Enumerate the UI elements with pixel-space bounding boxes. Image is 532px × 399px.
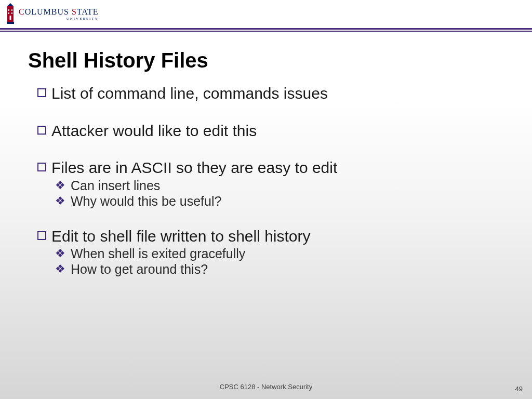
logo-word-tate: TATE — [77, 7, 99, 16]
diamond-bullet-icon: ❖ — [55, 178, 65, 193]
logo-subtitle: UNIVERSITY — [19, 17, 99, 21]
svg-rect-6 — [8, 12, 9, 14]
square-bullet-icon — [37, 126, 46, 135]
svg-marker-2 — [7, 3, 14, 6]
sub-bullet-item: ❖ When shell is exited gracefully — [55, 246, 504, 261]
sub-bullet-item: ❖ How to get around this? — [55, 261, 504, 277]
slide-title: Shell History Files — [28, 49, 532, 72]
footer-course: CPSC 6128 - Network Security — [0, 383, 532, 391]
footer-page-number: 49 — [515, 385, 523, 393]
logo-word-olumbus: OLUMBUS — [25, 7, 72, 16]
bullet-text: Edit to shell file written to shell hist… — [51, 227, 311, 246]
bullet-item: Attacker would like to edit this — [37, 121, 504, 141]
slide-content: List of command line, commands issues At… — [0, 84, 532, 277]
slide: COLUMBUS STATE UNIVERSITY Shell History … — [0, 0, 532, 399]
sub-bullet-text: How to get around this? — [71, 261, 208, 277]
bullet-text: List of command line, commands issues — [51, 84, 328, 103]
bullet-item: Files are in ASCII so they are easy to e… — [37, 158, 504, 178]
bullet-item: Edit to shell file written to shell hist… — [37, 227, 504, 246]
diamond-bullet-icon: ❖ — [55, 246, 65, 261]
logo-text: COLUMBUS STATE UNIVERSITY — [19, 8, 99, 21]
university-logo: COLUMBUS STATE UNIVERSITY — [5, 3, 532, 25]
svg-rect-5 — [11, 9, 12, 11]
sub-bullet-item: ❖ Why would this be useful? — [55, 193, 504, 209]
sub-bullet-text: When shell is exited gracefully — [71, 246, 245, 261]
square-bullet-icon — [37, 88, 46, 97]
logo-letter-c: C — [19, 7, 25, 16]
sub-bullet-text: Can insert lines — [71, 178, 160, 193]
diamond-bullet-icon: ❖ — [55, 261, 65, 277]
bullet-text: Files are in ASCII so they are easy to e… — [51, 158, 337, 178]
slide-header: COLUMBUS STATE UNIVERSITY — [0, 0, 532, 34]
logo-tower-icon — [5, 3, 16, 25]
square-bullet-icon — [37, 163, 46, 171]
svg-rect-1 — [7, 22, 14, 24]
sub-bullet-text: Why would this be useful? — [71, 193, 221, 209]
square-bullet-icon — [37, 231, 46, 240]
diamond-bullet-icon: ❖ — [55, 193, 65, 209]
bullet-item: List of command line, commands issues — [37, 84, 504, 103]
sub-bullet-item: ❖ Can insert lines — [55, 178, 504, 193]
svg-rect-3 — [10, 16, 11, 20]
logo-letter-s: S — [72, 7, 77, 16]
header-rule-thick — [0, 28, 532, 30]
svg-rect-7 — [11, 12, 12, 14]
svg-rect-4 — [8, 9, 9, 11]
bullet-text: Attacker would like to edit this — [51, 121, 257, 141]
header-rule-thin — [0, 31, 532, 32]
